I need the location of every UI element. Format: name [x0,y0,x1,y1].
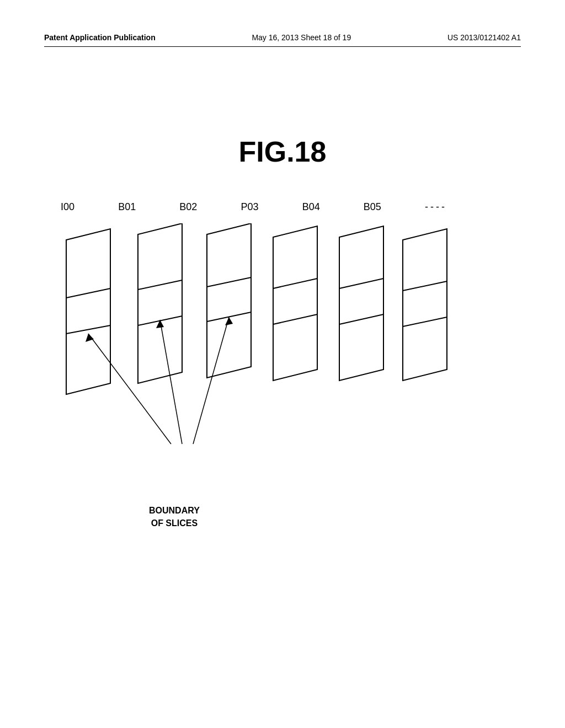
label-b02: B02 [179,201,197,213]
header-publication-type: Patent Application Publication [44,33,156,42]
frames-diagram [50,223,524,477]
frame-b05 [403,229,447,381]
diagram-area: I00 B01 B02 P03 B04 B05 ---- [44,201,521,532]
label-b01: B01 [118,201,136,213]
svg-marker-9 [273,226,317,381]
page-header: Patent Application Publication May 16, 2… [44,33,521,47]
header-patent-number: US 2013/0121402 A1 [447,33,521,42]
label-i00: I00 [61,201,74,213]
header-date-sheet: May 16, 2013 Sheet 18 of 19 [252,33,351,42]
boundary-label: BOUNDARY OF SLICES [149,505,200,529]
svg-marker-0 [66,229,110,394]
figure-title-text: FIG.18 [239,136,327,168]
label-b04: B04 [302,201,320,213]
frame-b01 [138,223,182,383]
svg-marker-6 [207,223,251,378]
page: Patent Application Publication May 16, 2… [0,0,565,728]
figure-title-area: FIG.18 [44,135,521,168]
frame-p03 [273,226,317,381]
svg-marker-12 [339,226,383,381]
frame-i00 [66,229,110,394]
boundary-line2: OF SLICES [151,518,198,528]
frame-b02 [207,223,251,378]
svg-marker-15 [403,229,447,381]
label-more: ---- [425,201,447,213]
svg-marker-3 [138,223,182,383]
label-b05: B05 [364,201,381,213]
boundary-line1: BOUNDARY [149,506,200,515]
frame-b04 [339,226,383,381]
label-p03: P03 [241,201,258,213]
